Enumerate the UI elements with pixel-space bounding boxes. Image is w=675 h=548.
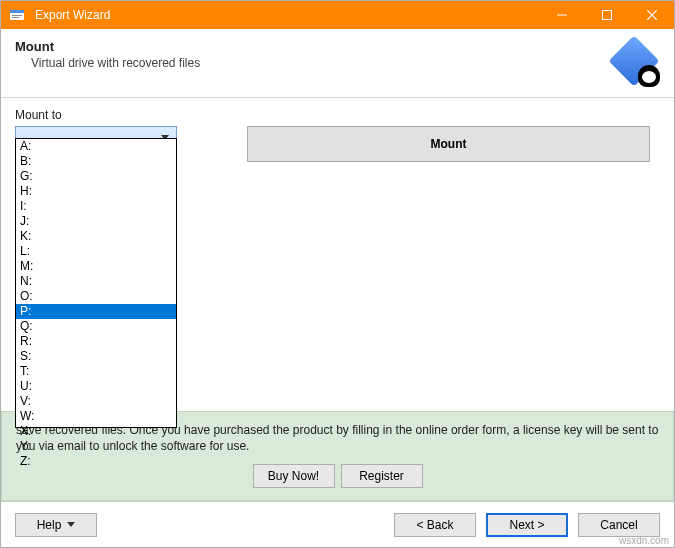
help-label: Help — [37, 518, 62, 532]
dropdown-option[interactable]: H: — [16, 184, 176, 199]
minimize-button[interactable] — [539, 1, 584, 29]
dropdown-option[interactable]: A: — [16, 139, 176, 154]
wizard-footer: Help < Back Next > Cancel — [1, 501, 674, 547]
help-button[interactable]: Help — [15, 513, 97, 537]
wizard-artwork — [610, 39, 660, 87]
dropdown-option[interactable]: T: — [16, 364, 176, 379]
wizard-header: Mount Virtual drive with recovered files — [1, 29, 674, 98]
watermark: wsxdn.com — [619, 535, 669, 546]
svg-rect-3 — [12, 17, 19, 18]
dropdown-option[interactable]: P: — [16, 304, 176, 319]
window-controls — [539, 1, 674, 29]
mount-button[interactable]: Mount — [247, 126, 650, 162]
next-button[interactable]: Next > — [486, 513, 568, 537]
dropdown-option[interactable]: Z: — [16, 454, 176, 469]
page-subtitle: Virtual drive with recovered files — [15, 56, 200, 70]
window-title: Export Wizard — [33, 8, 539, 22]
close-button[interactable] — [629, 1, 674, 29]
cancel-button[interactable]: Cancel — [578, 513, 660, 537]
buy-now-button[interactable]: Buy Now! — [253, 464, 335, 488]
mount-to-label: Mount to — [15, 108, 660, 122]
dropdown-option[interactable]: G: — [16, 169, 176, 184]
dropdown-option[interactable]: S: — [16, 349, 176, 364]
svg-rect-1 — [10, 10, 24, 13]
dropdown-option[interactable]: Y: — [16, 439, 176, 454]
svg-rect-2 — [12, 15, 22, 16]
export-wizard-window: Export Wizard Mount Virtual drive with r… — [0, 0, 675, 548]
dropdown-option[interactable]: B: — [16, 154, 176, 169]
wizard-content: Mount to Mount A:B:G:H:I:J:K:L:M:N:O:P:Q… — [1, 98, 674, 501]
dropdown-option[interactable]: V: — [16, 394, 176, 409]
app-icon — [7, 5, 27, 25]
maximize-button[interactable] — [584, 1, 629, 29]
back-button[interactable]: < Back — [394, 513, 476, 537]
dropdown-option[interactable]: O: — [16, 289, 176, 304]
dropdown-option[interactable]: L: — [16, 244, 176, 259]
dropdown-option[interactable]: M: — [16, 259, 176, 274]
dropdown-option[interactable]: W: — [16, 409, 176, 424]
dropdown-option[interactable]: X: — [16, 424, 176, 439]
svg-rect-5 — [602, 11, 611, 20]
chevron-down-icon — [67, 522, 75, 527]
dropdown-option[interactable]: Q: — [16, 319, 176, 334]
register-button[interactable]: Register — [341, 464, 423, 488]
dropdown-option[interactable]: I: — [16, 199, 176, 214]
dropdown-option[interactable]: K: — [16, 229, 176, 244]
dropdown-option[interactable]: R: — [16, 334, 176, 349]
mount-to-dropdown[interactable]: A:B:G:H:I:J:K:L:M:N:O:P:Q:R:S:T:U:V:W:X:… — [15, 138, 177, 428]
page-title: Mount — [15, 39, 200, 54]
dropdown-option[interactable]: J: — [16, 214, 176, 229]
titlebar: Export Wizard — [1, 1, 674, 29]
dropdown-option[interactable]: N: — [16, 274, 176, 289]
dropdown-option[interactable]: U: — [16, 379, 176, 394]
